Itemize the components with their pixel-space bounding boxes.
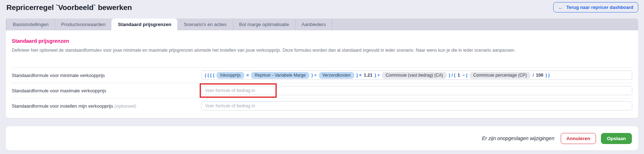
formula-operator: − ( [462, 73, 467, 78]
formula-operator: ) + [375, 73, 380, 78]
section-heading: Standaard prijsgrenzen [12, 30, 632, 44]
formula-operator: ) ) [545, 73, 550, 78]
standaard-prijsgrenzen-panel: Standaard prijsgrenzen Definieer hier op… [6, 30, 638, 118]
tab-separator [332, 19, 332, 30]
formula-input-maximale-verkoopprijs[interactable] [201, 86, 632, 95]
row-field [201, 86, 632, 95]
row-label: Standaardformule voor instellen mijn ver… [12, 103, 201, 109]
tab-basisinstellingen[interactable]: Basisinstellingen [6, 19, 55, 30]
section-description: Definieer hier optioneel de standaardfor… [12, 48, 632, 53]
form-rows: Standaardformule voor minimale verkooppr… [12, 67, 632, 113]
row-field [201, 101, 632, 111]
back-to-dashboard-button[interactable]: ← Terug naar repricer dashboard [553, 2, 638, 12]
save-button[interactable]: Opslaan [601, 133, 632, 144]
row-label-text: Standaardformule voor instellen mijn ver… [12, 103, 113, 109]
tab-standaard-prijsgrenzen[interactable]: Standaard prijsgrenzen [111, 19, 177, 30]
left-arrow-icon: ← [558, 5, 564, 10]
formula-variable-chip[interactable]: Commissie percentage (CP) [470, 72, 530, 79]
tab-bar: Basisinstellingen Productvoorwaarden Sta… [6, 19, 638, 30]
tab-productvoorwaarden[interactable]: Productvoorwaarden [55, 19, 112, 30]
tab-bol-marge-optimalisatie[interactable]: Bol marge optimalisatie [233, 19, 295, 30]
optional-hint: (optioneel) [114, 103, 136, 109]
formula-operator: / [533, 73, 534, 78]
row-field: ( ( ( ( Inkoopprijs × Repricer - Variabe… [201, 71, 632, 80]
formula-operator: × [246, 73, 249, 78]
page: Repricerregel `Voorbeeld` bewerken ← Ter… [0, 0, 644, 154]
formula-operator: ) / ( [449, 73, 456, 78]
formula-input-instellen-verkoopprijs[interactable] [201, 101, 632, 111]
row-instellen-mijn-verkoopprijs: Standaardformule voor instellen mijn ver… [12, 98, 632, 113]
page-title: Repricerregel `Voorbeeld` bewerken [6, 3, 132, 12]
formula-operator: ) × [356, 73, 362, 78]
cancel-button[interactable]: Annuleren [561, 133, 596, 144]
tab-aanbieders[interactable]: Aanbieders [295, 19, 332, 30]
formula-variable-chip[interactable]: Verzendkosten [319, 72, 354, 79]
row-maximale-verkoopprijs: Standaardformule voor maximale verkooppr… [12, 83, 632, 98]
formula-operator: ) + [311, 73, 317, 78]
back-button-label: Terug naar repricer dashboard [566, 5, 633, 10]
formula-variable-chip[interactable]: Commissie (vast bedrag) (CA) [382, 72, 446, 79]
tab-scenarios-en-acties[interactable]: Scenario's en acties [177, 19, 232, 30]
formula-operator: ( ( ( ( [205, 73, 214, 78]
formula-variable-chip[interactable]: Repricer - Variabele Marge [251, 72, 309, 79]
formula-variable-chip[interactable]: Inkoopprijs [216, 72, 244, 79]
formula-input-minimale-verkoopprijs[interactable]: ( ( ( ( Inkoopprijs × Repricer - Variabe… [201, 71, 632, 80]
formula-number: 1 [457, 73, 460, 78]
formula-number: 1.21 [364, 73, 372, 78]
formula-number: 100 [536, 73, 543, 78]
footer-action-bar: Er zijn onopgeslagen wijzigingen Annuler… [6, 126, 638, 150]
row-label: Standaardformule voor maximale verkooppr… [12, 88, 201, 93]
row-label: Standaardformule voor minimale verkooppr… [12, 73, 201, 78]
unsaved-changes-text: Er zijn onopgeslagen wijzigingen [482, 135, 554, 141]
row-minimale-verkoopprijs: Standaardformule voor minimale verkooppr… [12, 67, 632, 83]
